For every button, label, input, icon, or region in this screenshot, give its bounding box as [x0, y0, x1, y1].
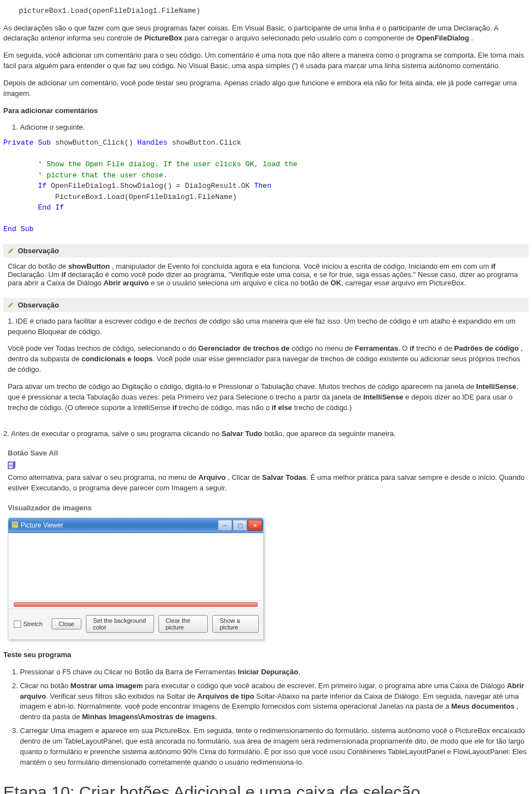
close-button[interactable]: Close — [52, 618, 81, 629]
progress-bar — [14, 602, 258, 607]
save-all-icon — [8, 460, 17, 469]
svg-rect-5 — [9, 466, 13, 468]
note-title: Observação — [18, 301, 59, 309]
app-icon — [12, 521, 18, 530]
paragraph: Em seguida, você adicionar um comentário… — [3, 50, 529, 71]
note-body: 1. IDE é criado para facilitar a escreve… — [3, 316, 529, 422]
list-item: Carregar Uma imagem e aparece em sua Pic… — [20, 726, 529, 767]
button-row: Stretch Close Set the background color C… — [8, 608, 263, 639]
maximize-button[interactable]: ▢ — [233, 520, 247, 531]
minimize-button[interactable]: ─ — [218, 520, 232, 531]
list-item: Pressionar o F5 chave ou Clicar no Botão… — [20, 667, 529, 678]
window-titlebar: Picture Viewer ─ ▢ ✕ — [8, 518, 263, 533]
picture-viewer-window: Picture Viewer ─ ▢ ✕ Stretch Close Set t… — [8, 518, 264, 640]
heading-add-comments: Para adicionar comentários — [3, 106, 529, 116]
note-header: Observação — [3, 298, 529, 312]
picture-canvas — [9, 534, 262, 601]
svg-rect-4 — [9, 463, 13, 465]
show-picture-button[interactable]: Show a picture — [212, 615, 259, 633]
paragraph: Depois de adicionar um comentário, você … — [3, 78, 529, 99]
set-bg-button[interactable]: Set the background color — [86, 615, 154, 633]
paragraph: Como alternativa, para salvar o seu prog… — [8, 473, 529, 494]
svg-rect-7 — [13, 522, 17, 525]
paragraph: 2. Antes de executar o programa, salve o… — [3, 429, 529, 439]
pencil-icon — [8, 247, 14, 254]
note-title: Observação — [18, 247, 59, 255]
heading-test-program: Teste seu programa — [3, 650, 529, 660]
heading-step-10: Etapa 10: Criar botões Adicional e uma c… — [3, 783, 529, 794]
note-body: Clicar do botão de showButton , manipula… — [3, 262, 529, 289]
code-snippet-sub: Private Sub showButton_Click() Handles s… — [3, 137, 529, 235]
pencil-icon — [8, 301, 14, 308]
heading-image-viewer: Visualizador de imagens — [8, 504, 529, 512]
list-item: Clicar no botão Mostrar uma imagem para … — [20, 681, 529, 723]
paragraph: As declarações são o que fazer com que s… — [3, 23, 529, 44]
clear-picture-button[interactable]: Clear the picture — [158, 615, 208, 633]
code-snippet-load: pictureBox1.Load(openFileDialog1.FileNam… — [19, 6, 529, 17]
heading-save-all: Botão Save All — [8, 449, 529, 457]
list-item: Adicione o seguinte. — [20, 122, 529, 133]
close-window-button[interactable]: ✕ — [248, 520, 262, 531]
stretch-checkbox[interactable]: Stretch — [14, 621, 43, 628]
note-header: Observação — [3, 244, 529, 258]
window-title: Picture Viewer — [21, 521, 63, 529]
